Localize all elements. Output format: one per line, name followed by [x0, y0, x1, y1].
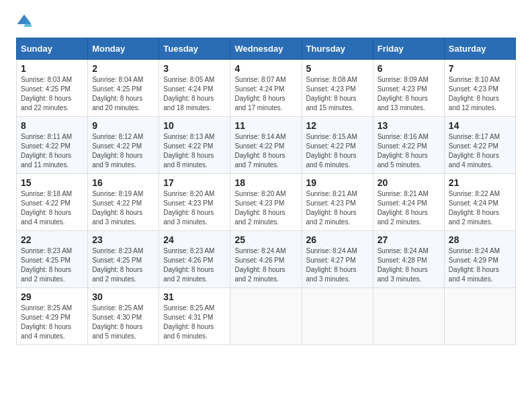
day-info: Sunrise: 8:17 AM Sunset: 4:22 PM Dayligh…	[449, 132, 511, 170]
calendar-day-cell: 16 Sunrise: 8:19 AM Sunset: 4:22 PM Dayl…	[88, 174, 159, 231]
calendar-day-cell: 6 Sunrise: 8:09 AM Sunset: 4:23 PM Dayli…	[373, 60, 444, 117]
day-number: 10	[163, 120, 226, 131]
calendar-day-cell: 22 Sunrise: 8:23 AM Sunset: 4:25 PM Dayl…	[17, 231, 88, 288]
day-info: Sunrise: 8:23 AM Sunset: 4:26 PM Dayligh…	[163, 246, 226, 284]
day-info: Sunrise: 8:07 AM Sunset: 4:24 PM Dayligh…	[234, 75, 297, 113]
day-number: 20	[378, 177, 440, 188]
day-number: 7	[449, 63, 511, 74]
day-number: 28	[449, 234, 511, 245]
calendar-day-cell: 9 Sunrise: 8:12 AM Sunset: 4:22 PM Dayli…	[88, 117, 159, 174]
day-number: 18	[234, 177, 297, 188]
calendar-day-cell: 28 Sunrise: 8:24 AM Sunset: 4:29 PM Dayl…	[444, 231, 515, 288]
calendar-day-cell: 20 Sunrise: 8:21 AM Sunset: 4:24 PM Dayl…	[373, 174, 444, 231]
day-of-week-header: Thursday	[302, 38, 373, 60]
calendar-day-cell: 25 Sunrise: 8:24 AM Sunset: 4:26 PM Dayl…	[230, 231, 302, 288]
day-info: Sunrise: 8:09 AM Sunset: 4:23 PM Dayligh…	[378, 75, 440, 113]
day-info: Sunrise: 8:05 AM Sunset: 4:24 PM Dayligh…	[163, 75, 226, 113]
day-info: Sunrise: 8:24 AM Sunset: 4:28 PM Dayligh…	[378, 246, 440, 284]
calendar-day-cell: 12 Sunrise: 8:15 AM Sunset: 4:22 PM Dayl…	[302, 117, 373, 174]
day-number: 6	[378, 63, 440, 74]
calendar-day-cell: 10 Sunrise: 8:13 AM Sunset: 4:22 PM Dayl…	[159, 117, 230, 174]
day-number: 25	[234, 234, 297, 245]
calendar-day-cell: 13 Sunrise: 8:16 AM Sunset: 4:22 PM Dayl…	[373, 117, 444, 174]
calendar-day-cell	[373, 288, 444, 345]
calendar-day-cell: 8 Sunrise: 8:11 AM Sunset: 4:22 PM Dayli…	[17, 117, 88, 174]
day-info: Sunrise: 8:25 AM Sunset: 4:29 PM Dayligh…	[21, 304, 83, 341]
day-number: 26	[306, 234, 369, 245]
logo	[16, 13, 35, 30]
day-number: 16	[92, 177, 154, 188]
calendar-week-row: 22 Sunrise: 8:23 AM Sunset: 4:25 PM Dayl…	[17, 231, 516, 288]
calendar-week-row: 29 Sunrise: 8:25 AM Sunset: 4:29 PM Dayl…	[17, 288, 516, 345]
day-number: 31	[163, 291, 226, 302]
day-info: Sunrise: 8:24 AM Sunset: 4:29 PM Dayligh…	[449, 246, 511, 284]
day-number: 22	[21, 234, 83, 245]
day-number: 4	[234, 63, 297, 74]
calendar-day-cell: 23 Sunrise: 8:23 AM Sunset: 4:25 PM Dayl…	[88, 231, 159, 288]
calendar-header-row: SundayMondayTuesdayWednesdayThursdayFrid…	[17, 38, 516, 60]
calendar-day-cell	[444, 288, 515, 345]
day-number: 14	[449, 120, 511, 131]
day-info: Sunrise: 8:13 AM Sunset: 4:22 PM Dayligh…	[163, 132, 226, 170]
day-info: Sunrise: 8:25 AM Sunset: 4:30 PM Dayligh…	[92, 304, 154, 341]
calendar-day-cell: 3 Sunrise: 8:05 AM Sunset: 4:24 PM Dayli…	[159, 60, 230, 117]
calendar-day-cell: 21 Sunrise: 8:22 AM Sunset: 4:24 PM Dayl…	[444, 174, 515, 231]
calendar-day-cell: 27 Sunrise: 8:24 AM Sunset: 4:28 PM Dayl…	[373, 231, 444, 288]
day-number: 13	[378, 120, 440, 131]
calendar-day-cell: 7 Sunrise: 8:10 AM Sunset: 4:23 PM Dayli…	[444, 60, 515, 117]
calendar-day-cell: 26 Sunrise: 8:24 AM Sunset: 4:27 PM Dayl…	[302, 231, 373, 288]
day-of-week-header: Monday	[88, 38, 159, 60]
calendar-table: SundayMondayTuesdayWednesdayThursdayFrid…	[16, 38, 516, 345]
day-info: Sunrise: 8:23 AM Sunset: 4:25 PM Dayligh…	[21, 246, 83, 284]
day-info: Sunrise: 8:24 AM Sunset: 4:27 PM Dayligh…	[306, 246, 369, 284]
calendar-day-cell: 31 Sunrise: 8:25 AM Sunset: 4:31 PM Dayl…	[159, 288, 230, 345]
day-number: 1	[21, 63, 83, 74]
calendar-day-cell: 17 Sunrise: 8:20 AM Sunset: 4:23 PM Dayl…	[159, 174, 230, 231]
page-header	[16, 13, 516, 30]
day-number: 21	[449, 177, 511, 188]
day-number: 30	[92, 291, 154, 302]
day-number: 27	[378, 234, 440, 245]
day-info: Sunrise: 8:04 AM Sunset: 4:25 PM Dayligh…	[92, 75, 154, 113]
day-number: 2	[92, 63, 154, 74]
day-info: Sunrise: 8:12 AM Sunset: 4:22 PM Dayligh…	[92, 132, 154, 170]
day-info: Sunrise: 8:20 AM Sunset: 4:23 PM Dayligh…	[234, 189, 297, 227]
calendar-day-cell: 18 Sunrise: 8:20 AM Sunset: 4:23 PM Dayl…	[230, 174, 302, 231]
calendar-day-cell: 24 Sunrise: 8:23 AM Sunset: 4:26 PM Dayl…	[159, 231, 230, 288]
calendar-day-cell: 19 Sunrise: 8:21 AM Sunset: 4:23 PM Dayl…	[302, 174, 373, 231]
day-info: Sunrise: 8:25 AM Sunset: 4:31 PM Dayligh…	[163, 304, 226, 341]
calendar-week-row: 1 Sunrise: 8:03 AM Sunset: 4:25 PM Dayli…	[17, 60, 516, 117]
day-info: Sunrise: 8:21 AM Sunset: 4:24 PM Dayligh…	[378, 189, 440, 227]
day-of-week-header: Tuesday	[159, 38, 230, 60]
calendar-day-cell: 11 Sunrise: 8:14 AM Sunset: 4:22 PM Dayl…	[230, 117, 302, 174]
day-info: Sunrise: 8:19 AM Sunset: 4:22 PM Dayligh…	[92, 189, 154, 227]
day-info: Sunrise: 8:20 AM Sunset: 4:23 PM Dayligh…	[163, 189, 226, 227]
day-info: Sunrise: 8:23 AM Sunset: 4:25 PM Dayligh…	[92, 246, 154, 284]
day-info: Sunrise: 8:22 AM Sunset: 4:24 PM Dayligh…	[449, 189, 511, 227]
calendar-day-cell: 30 Sunrise: 8:25 AM Sunset: 4:30 PM Dayl…	[88, 288, 159, 345]
day-number: 11	[234, 120, 297, 131]
day-of-week-header: Sunday	[17, 38, 88, 60]
day-info: Sunrise: 8:18 AM Sunset: 4:22 PM Dayligh…	[21, 189, 83, 227]
day-info: Sunrise: 8:11 AM Sunset: 4:22 PM Dayligh…	[21, 132, 83, 170]
calendar-day-cell: 1 Sunrise: 8:03 AM Sunset: 4:25 PM Dayli…	[17, 60, 88, 117]
calendar-day-cell: 29 Sunrise: 8:25 AM Sunset: 4:29 PM Dayl…	[17, 288, 88, 345]
day-info: Sunrise: 8:03 AM Sunset: 4:25 PM Dayligh…	[21, 75, 83, 113]
calendar-day-cell: 14 Sunrise: 8:17 AM Sunset: 4:22 PM Dayl…	[444, 117, 515, 174]
day-number: 29	[21, 291, 83, 302]
day-of-week-header: Saturday	[444, 38, 515, 60]
day-info: Sunrise: 8:16 AM Sunset: 4:22 PM Dayligh…	[378, 132, 440, 170]
calendar-day-cell	[230, 288, 302, 345]
logo-icon	[16, 13, 32, 30]
day-of-week-header: Friday	[373, 38, 444, 60]
day-number: 12	[306, 120, 369, 131]
day-number: 5	[306, 63, 369, 74]
calendar-week-row: 15 Sunrise: 8:18 AM Sunset: 4:22 PM Dayl…	[17, 174, 516, 231]
calendar-week-row: 8 Sunrise: 8:11 AM Sunset: 4:22 PM Dayli…	[17, 117, 516, 174]
day-number: 15	[21, 177, 83, 188]
day-number: 9	[92, 120, 154, 131]
calendar-day-cell: 5 Sunrise: 8:08 AM Sunset: 4:23 PM Dayli…	[302, 60, 373, 117]
day-info: Sunrise: 8:21 AM Sunset: 4:23 PM Dayligh…	[306, 189, 369, 227]
day-number: 8	[21, 120, 83, 131]
calendar-day-cell: 15 Sunrise: 8:18 AM Sunset: 4:22 PM Dayl…	[17, 174, 88, 231]
